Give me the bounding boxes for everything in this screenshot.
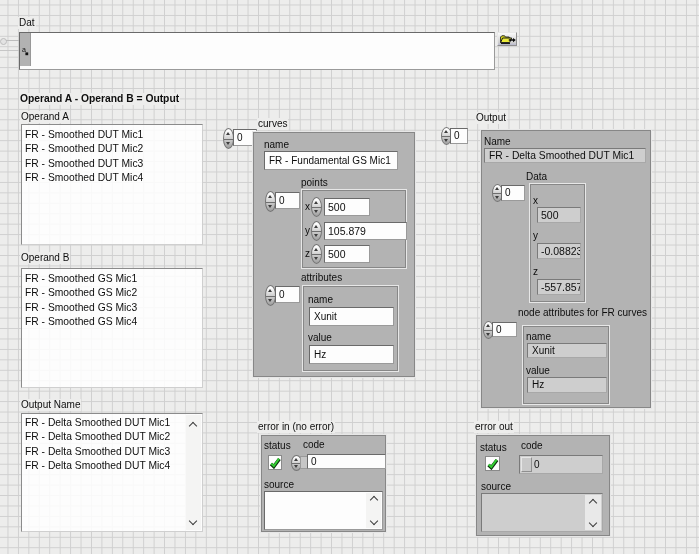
svg-text:a: a	[22, 46, 26, 53]
